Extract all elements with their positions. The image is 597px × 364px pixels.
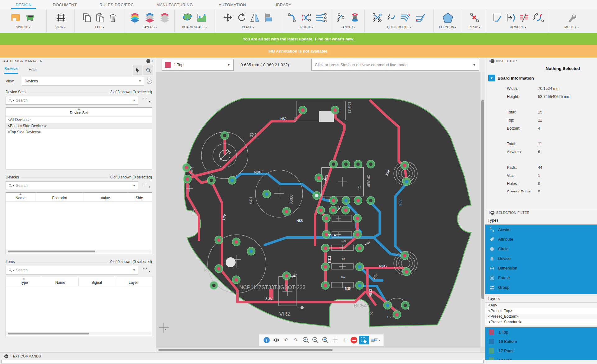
column-header-name[interactable]: Name <box>42 277 78 286</box>
board-outline-icon[interactable] <box>181 12 194 23</box>
switch-schematic-icon[interactable] <box>24 12 36 23</box>
devices-menu-button[interactable]: ⋯▾ <box>138 182 152 189</box>
toolbar-dropdown-place[interactable]: PLACE▾ <box>242 25 255 29</box>
type-item-group[interactable]: Group <box>485 283 597 292</box>
command-line-input[interactable]: Click or press Slash to activate command… <box>311 59 479 71</box>
type-item-attribute[interactable]: Attribute <box>485 234 597 244</box>
bend-style-button[interactable]: ▾ <box>371 337 380 343</box>
quickroute-single-icon[interactable] <box>385 12 397 23</box>
whats-new-link[interactable]: Find out what's new. <box>315 37 354 41</box>
type-item-dimension[interactable]: Dimension <box>485 263 597 273</box>
quickroute-multi-icon[interactable] <box>399 12 412 23</box>
layer-item-1-top[interactable]: 1 Top <box>485 327 597 337</box>
rotate-icon[interactable] <box>236 12 247 23</box>
layer-item-16-bottom[interactable]: 16 Bottom <box>485 337 597 346</box>
rework-corner-icon[interactable] <box>492 12 503 23</box>
preset-top[interactable]: <Preset_Top> <box>485 308 597 314</box>
panel-grip[interactable]: ‖ <box>152 59 153 63</box>
toolbar-dropdown-rework[interactable]: REWORK▾ <box>510 25 526 29</box>
remove-button[interactable] <box>351 337 357 343</box>
items-hscrollbar[interactable] <box>6 332 151 335</box>
menu-tab-document[interactable]: DOCUMENT <box>48 1 81 9</box>
route-differential-icon[interactable] <box>300 12 313 23</box>
layers-top-icon[interactable] <box>158 12 171 24</box>
align-icon[interactable] <box>263 12 275 23</box>
menu-tab-design[interactable]: DESIGN <box>11 1 36 9</box>
zoom-selected-button[interactable] <box>144 66 153 75</box>
info-button[interactable]: i <box>263 336 271 344</box>
preset-all[interactable]: <All> <box>485 302 597 308</box>
minimize-design-manager-icon[interactable] <box>146 59 150 63</box>
mirror-icon[interactable] <box>249 12 261 23</box>
items-menu-button[interactable]: ⋯▾ <box>138 267 152 273</box>
route-manual-icon[interactable] <box>287 12 298 23</box>
rework-length-icon[interactable] <box>518 12 530 23</box>
view-select[interactable]: Devices ▼ <box>22 77 144 85</box>
panel-grip[interactable]: ‖ <box>489 59 490 63</box>
ripup-icon[interactable] <box>469 12 480 23</box>
minimize-text-commands-icon[interactable] <box>4 354 8 358</box>
layers-bottom-icon[interactable] <box>143 12 156 24</box>
list-item-all-devices[interactable]: <All Devices> <box>6 117 152 123</box>
preset-standard[interactable]: <Preset_Standard> <box>485 319 597 325</box>
preset-bottom[interactable]: <Preset_Bottom> <box>485 314 597 319</box>
layer-item-17-pads[interactable]: 17 Pads <box>485 346 597 355</box>
menu-tab-rules[interactable]: RULES DRC/ERC <box>95 1 138 9</box>
column-header-layer[interactable]: Layer <box>115 277 152 286</box>
grid-toggle-button[interactable] <box>331 336 339 344</box>
paste-icon[interactable] <box>94 12 106 23</box>
tab-filter[interactable]: Filter <box>29 67 37 74</box>
rework-extend-icon[interactable] <box>505 12 517 23</box>
fanout-signal-icon[interactable] <box>335 12 347 23</box>
layer-item-18-vias[interactable]: 18 Vias <box>485 355 597 360</box>
toolbar-dropdown-route[interactable]: ROUTE▾ <box>300 25 313 29</box>
board-information-collapse-button[interactable]: ▼ <box>488 75 495 81</box>
eye-button[interactable] <box>272 336 280 344</box>
text-commands-input[interactable] <box>1 360 484 363</box>
type-item-circle[interactable]: Circle <box>485 244 597 254</box>
toolbar-dropdown-fanout[interactable]: FANOUT▾ <box>341 25 356 29</box>
layers-all-icon[interactable] <box>128 12 141 24</box>
pcb-canvas[interactable]: R1DS01C2N$2N$1PVR3.3V3.3V3.3V3.3V3.3VN$1… <box>156 72 480 347</box>
type-item-device[interactable]: Device <box>485 254 597 263</box>
zoom-out-button[interactable] <box>311 336 319 344</box>
device-sets-search-input[interactable]: ▾ Search ▼ <box>6 96 138 105</box>
toolbar-dropdown-view[interactable]: VIEW▾ <box>55 25 66 29</box>
column-header-name[interactable]: Name <box>6 193 35 201</box>
quickroute-swap-icon[interactable] <box>371 12 383 23</box>
toolbar-dropdown-quick-route[interactable]: QUICK ROUTE▾ <box>387 25 411 29</box>
items-search-input[interactable]: ▾ Search ▼ <box>6 266 138 274</box>
minimize-selection-filter-icon[interactable] <box>490 211 494 215</box>
column-header-side[interactable]: Side <box>127 193 152 201</box>
select-tool-button[interactable] <box>133 66 142 75</box>
canvas-vscrollbar[interactable] <box>480 72 485 347</box>
switch-board-icon[interactable] <box>10 12 22 23</box>
devices-hscrollbar[interactable] <box>6 250 151 253</box>
toolbar-dropdown-edit[interactable]: EDIT▾ <box>95 25 104 29</box>
toolbar-dropdown-layers[interactable]: LAYERS▾ <box>143 25 157 29</box>
redo-button[interactable]: ↷ <box>292 336 300 344</box>
device-sets-menu-button[interactable]: ⋯▾ <box>138 97 152 104</box>
device-set-column-header[interactable]: Device Set <box>6 108 152 116</box>
menu-tab-automation[interactable]: AUTOMATION <box>214 1 250 9</box>
zoom-fit-button[interactable] <box>321 336 329 344</box>
toolbar-dropdown-ripup[interactable]: RIPUP▾ <box>469 25 480 29</box>
devices-search-input[interactable]: ▾ Search ▼ <box>6 181 138 190</box>
grid-view-icon[interactable] <box>55 12 66 23</box>
panel-grip[interactable]: ‖ <box>489 211 490 214</box>
rework-curve-icon[interactable] <box>532 12 544 23</box>
column-header-type[interactable]: Type <box>6 277 42 286</box>
collapse-panel-icon[interactable]: ◄◄ <box>2 59 8 63</box>
delete-icon[interactable] <box>108 12 118 23</box>
quickroute-multi2-icon[interactable] <box>414 12 427 23</box>
selection-tool-button[interactable] <box>359 336 369 344</box>
toolbar-dropdown-polygon[interactable]: POLYGON▾ <box>439 25 457 29</box>
minimize-inspector-icon[interactable] <box>490 59 494 63</box>
fanout-via-stack-icon[interactable] <box>349 12 361 23</box>
route-multi-icon[interactable] <box>315 12 328 23</box>
column-header-value[interactable]: Value <box>84 193 127 201</box>
column-header-footprint[interactable]: Footprint <box>35 193 84 201</box>
board-curve-icon[interactable] <box>195 12 208 23</box>
polygon-icon[interactable] <box>441 12 454 24</box>
list-item-top-side-devices[interactable]: <Top Side Devices> <box>6 129 152 135</box>
